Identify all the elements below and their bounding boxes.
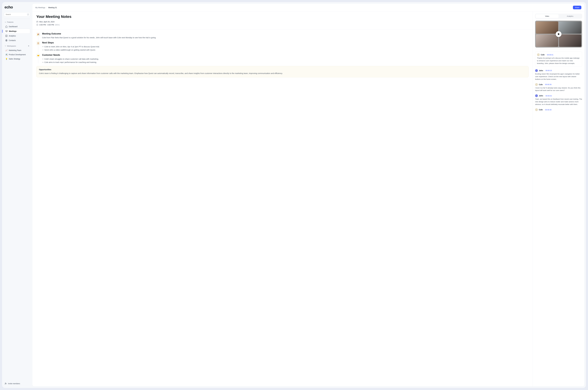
timestamp[interactable]: 00:00:30 [545,84,551,85]
bullet-list: Cole's team struggles to share customer … [42,57,529,64]
main: My Meetings / Meeting 01 Share Your Meet… [32,3,585,387]
avatar [537,53,540,56]
chart-emoji-icon: 📈 [5,49,7,51]
list-item: Cole's team struggles to share customer … [42,57,529,61]
chevron-down-icon [4,45,6,47]
opportunities-callout: Opportunities Cole's team is finding it … [36,66,529,77]
nav-label: Meetings [9,30,17,32]
transcript-text: Exciting news! We revamped the app's nav… [535,73,582,81]
search-box: / [4,12,30,16]
home-icon [5,25,7,28]
callout-title: Opportunities [39,68,526,71]
share-button[interactable]: Share [573,6,581,9]
nav-contacts[interactable]: Contacts [4,38,30,43]
avatar [535,108,538,111]
tabs: Video Analytics [535,14,582,19]
breadcrumb: My Meetings / Meeting 01 [35,6,57,8]
handshake-emoji-icon: 🤝 [36,54,40,57]
workspace-sales[interactable]: 💡 Sales Strategy [4,57,30,61]
transcript-entry[interactable]: Cole • 00:00:30 I love it so far! It alr… [535,83,582,92]
page-title: Your Meeting Notes [36,14,529,19]
callout-text: Cole's team is finding it challenging to… [39,72,526,75]
user-plus-icon [4,383,7,385]
meeting-time: 3:00 PM - 4:00 PM [39,24,54,26]
timestamp[interactable]: 00:00:30 [545,109,551,111]
avatar [535,94,538,97]
customer-needs-section: 🤝 Customer Needs Cole's team struggles t… [36,54,529,64]
topbar: My Meetings / Meeting 01 Share [32,4,584,11]
transcript-entry[interactable]: John • 00:00:42 Yeah, we based this on f… [535,94,582,106]
list-item: Cole aims to track reps' performance for… [42,61,529,64]
transcript-text: Yeah, we based this on feedback from rec… [535,98,582,106]
workspaces-header[interactable]: Workspaces [4,45,30,48]
tab-video[interactable]: Video [536,14,559,18]
breadcrumb-separator: / [46,6,47,8]
nav-dashboard[interactable]: Dashboard [4,24,30,29]
presentation-icon [5,30,8,32]
speaker-name: Cole [541,54,545,56]
search-shortcut-key: / [27,13,29,16]
transcript: Cole • 00:00:01 Thanks for joining! Let'… [535,51,582,112]
transcript-text: I love it so far! It already looks way c… [535,87,582,92]
features-header[interactable]: Features [4,21,30,24]
search-input[interactable] [4,12,30,16]
transcript-entry[interactable]: Cole • 00:00:01 Thanks for joining! Let'… [535,51,582,67]
participant-tile [559,21,581,34]
transcript-entry[interactable]: John • 00:00:15 Exciting news! We revamp… [535,69,582,81]
breadcrumb-current: Meeting 01 [48,6,57,8]
speaker-name: John [539,70,543,72]
divider [535,49,582,49]
workspaces-label: Workspaces [7,45,16,47]
avatar [535,69,538,72]
meeting-date-row: Mon, April 29, 2024 [36,21,529,23]
clock-icon [36,24,38,26]
barchart-icon [5,35,7,37]
divider [4,19,30,19]
speaker-name: Cole [539,109,543,111]
breadcrumb-parent[interactable]: My Meetings [35,6,45,8]
svg-rect-5 [37,21,38,23]
sidebar: echo / Features Dashboard Meetings Analy… [2,2,32,388]
workspace-label: Marketing Team [9,49,21,51]
participant-tile [536,21,558,34]
dot-separator: • [544,109,544,110]
speaker-name: Cole [539,84,543,86]
calendar-icon [36,21,38,23]
list-item: Send John a video walkthrough on getting… [42,48,529,51]
timestamp[interactable]: 00:00:15 [546,70,552,71]
nav-label: Analytics [9,35,16,37]
meeting-duration: (60m) [55,24,60,26]
section-text: Cole from Flair feels that Quest is a go… [42,36,529,39]
app-logo: echo [4,5,30,9]
dot-separator: • [546,54,546,55]
nav-meetings[interactable]: Meetings [4,29,30,34]
tab-analytics[interactable]: Analytics [559,14,582,18]
section-title: Customer Needs [42,54,529,56]
svg-point-4 [5,383,6,384]
dot-separator: • [544,70,545,71]
invite-members-button[interactable]: Invite members [4,381,30,386]
workspace-product[interactable]: 🛠️ Product Development [4,52,30,57]
video-thumbnail [535,21,582,48]
nav-analytics[interactable]: Analytics [4,34,30,38]
tools-emoji-icon: 🛠️ [5,53,7,56]
svg-point-3 [6,40,7,41]
workspace-marketing[interactable]: 📈 Marketing Team [4,48,30,52]
participant-tile [559,35,581,47]
workspace-label: Sales Strategy [9,58,20,60]
timestamp[interactable]: 00:00:42 [546,95,552,97]
timestamp[interactable]: 00:00:01 [547,54,553,56]
play-button[interactable] [556,31,561,37]
workspace-label: Product Development [9,53,26,56]
next-steps-section: 🪜 Next Steps Cole to meet John on Mon, A… [36,41,529,51]
nav-label: Dashboard [9,26,17,28]
avatar [535,83,538,86]
meeting-time-row: 3:00 PM - 4:00 PM (60m) [36,24,529,26]
plus-icon[interactable] [28,45,30,47]
transcript-entry[interactable]: Cole • 00:00:30 [535,108,582,112]
notes-column: Your Meeting Notes Mon, April 29, 2024 3… [32,11,533,386]
bulb-emoji-icon: 💡 [5,58,7,60]
speaker-name: John [539,95,543,97]
transcript-text: Thanks for joining! Let's discuss the mo… [537,57,580,65]
right-column: Video Analytics [533,11,584,386]
